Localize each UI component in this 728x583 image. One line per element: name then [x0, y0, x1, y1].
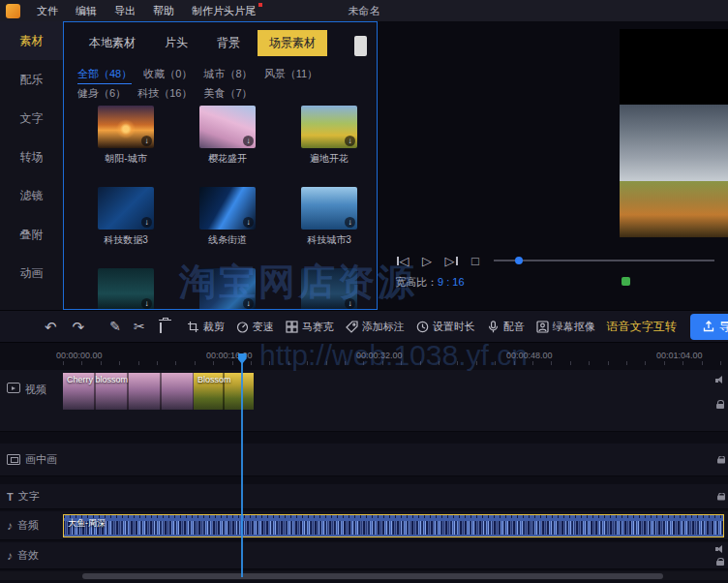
- greenscreen-button[interactable]: 绿幕抠像: [536, 320, 595, 334]
- download-icon[interactable]: ↓: [345, 298, 355, 309]
- material-card: ↓ 朝阳-城市: [98, 106, 154, 166]
- aspect-ratio[interactable]: 宽高比：9 : 16: [395, 275, 465, 290]
- track-controls: [715, 376, 725, 409]
- material-card: ↓ 线条街道: [199, 187, 256, 247]
- download-icon[interactable]: ↓: [345, 217, 355, 228]
- material-card: ↓: [98, 268, 154, 310]
- duration-button[interactable]: 设置时长: [416, 320, 475, 334]
- material-thumbnail[interactable]: ↓: [98, 268, 154, 310]
- track-header-audio: ♪ 音频: [0, 511, 63, 539]
- horizontal-scrollbar[interactable]: [0, 571, 728, 580]
- video-track-icon: [7, 383, 20, 393]
- edit-pencil-icon[interactable]: ✎: [109, 320, 121, 333]
- material-tabs: 本地素材 片头 背景 场景素材: [77, 30, 327, 56]
- split-scissors-icon[interactable]: ✂: [134, 320, 145, 333]
- sidebar-item-text[interactable]: 文字: [0, 99, 63, 138]
- delete-trash-icon[interactable]: [160, 322, 162, 333]
- next-frame-button[interactable]: ▷: [443, 253, 459, 268]
- video-clip-cherry-blossom[interactable]: Cherry blossom: [63, 373, 194, 410]
- sidebar-item-transition[interactable]: 转场: [0, 138, 63, 176]
- menu-edit[interactable]: 编辑: [67, 0, 106, 21]
- material-caption: 朝阳-城市: [98, 152, 154, 166]
- mosaic-button[interactable]: 马赛克: [286, 320, 334, 334]
- lock-icon[interactable]: [717, 455, 725, 464]
- microphone-icon: [487, 321, 500, 333]
- sidebar-item-animation[interactable]: 动画: [0, 254, 63, 292]
- tab-scene-material[interactable]: 场景素材: [258, 30, 327, 56]
- menu-file[interactable]: 文件: [28, 0, 67, 21]
- app-logo-icon[interactable]: [6, 4, 20, 18]
- mosaic-icon: [286, 321, 298, 333]
- lock-icon[interactable]: [716, 558, 724, 567]
- download-icon[interactable]: ↓: [345, 136, 355, 146]
- sidebar-item-filter[interactable]: 滤镜: [0, 176, 63, 215]
- preview-sky: [620, 105, 728, 181]
- edit-toolbar: ↶ ↷ ✎ ✂ 裁剪 变速 马赛克 添加标注 设置时长 配音: [0, 310, 728, 343]
- voiceover-button[interactable]: 配音: [487, 320, 525, 334]
- download-icon[interactable]: ↓: [243, 298, 254, 309]
- sidebar-item-overlay[interactable]: 叠附: [0, 215, 63, 254]
- sidebar-item-material[interactable]: 素材: [0, 21, 63, 60]
- category-all[interactable]: 全部（48）: [77, 65, 132, 84]
- playhead[interactable]: [241, 354, 243, 577]
- preview-field: [620, 181, 728, 237]
- category-food[interactable]: 美食（7）: [204, 84, 253, 102]
- crop-button[interactable]: 裁剪: [187, 320, 225, 334]
- material-thumbnail[interactable]: ↓: [199, 187, 256, 230]
- video-clip-blossom[interactable]: Blossom: [194, 373, 254, 410]
- download-icon[interactable]: ↓: [243, 217, 254, 228]
- redo-icon[interactable]: ↷: [73, 320, 85, 334]
- tab-overflow-button[interactable]: [354, 36, 367, 56]
- annotation-button[interactable]: 添加标注: [346, 320, 405, 334]
- time-ruler[interactable]: [63, 361, 728, 365]
- category-fitness[interactable]: 健身（6）: [77, 84, 126, 102]
- category-city[interactable]: 城市（8）: [204, 65, 253, 82]
- audio-clip-dayu[interactable]: 大鱼-周深: [63, 514, 724, 537]
- app-window: 文件 编辑 导出 帮助 制作片头片尾 未命名 素材 配乐 文字 转场 滤镜 叠附…: [0, 0, 728, 583]
- play-button[interactable]: ▷: [419, 253, 435, 268]
- material-thumbnail[interactable]: ↓: [301, 106, 357, 148]
- sidebar-item-music[interactable]: 配乐: [0, 60, 63, 99]
- tab-intro[interactable]: 片头: [153, 30, 199, 56]
- menu-export[interactable]: 导出: [106, 0, 144, 21]
- download-icon[interactable]: ↓: [141, 136, 152, 146]
- download-icon[interactable]: ↓: [141, 298, 152, 309]
- lock-icon[interactable]: [717, 492, 725, 501]
- stop-button[interactable]: □: [468, 253, 483, 268]
- ruler-label: 00:00:00.00: [56, 351, 103, 360]
- category-tech[interactable]: 科技（16）: [137, 84, 192, 102]
- scrollbar-thumb[interactable]: [82, 573, 663, 579]
- material-card: ↓ 科技城市3: [301, 187, 357, 247]
- material-thumbnail[interactable]: ↓: [98, 187, 154, 230]
- menu-intro-outro[interactable]: 制作片头片尾: [183, 0, 264, 21]
- download-icon[interactable]: ↓: [243, 136, 254, 146]
- audio-waveform: [64, 521, 723, 535]
- download-icon[interactable]: ↓: [141, 217, 152, 228]
- lock-icon[interactable]: [716, 400, 724, 409]
- mute-speaker-icon[interactable]: [715, 376, 725, 384]
- material-thumbnail[interactable]: ↓: [301, 268, 357, 310]
- preview-zoom-slider[interactable]: [494, 260, 714, 261]
- preview-area: ◁ ▷ ▷ □ 宽高比：9 : 16: [378, 21, 728, 310]
- track-label: 视频: [25, 383, 46, 397]
- material-thumbnail[interactable]: ↓: [199, 106, 256, 148]
- tab-local-material[interactable]: 本地素材: [77, 30, 147, 56]
- tab-background[interactable]: 背景: [205, 30, 252, 56]
- speed-button[interactable]: 变速: [236, 320, 274, 334]
- category-favorites[interactable]: 收藏（0）: [143, 65, 192, 82]
- track-controls: [715, 545, 725, 567]
- menu-help[interactable]: 帮助: [144, 0, 183, 21]
- material-thumbnail[interactable]: ↓: [301, 187, 357, 230]
- mute-speaker-icon[interactable]: [715, 545, 725, 554]
- export-button[interactable]: 导出: [690, 314, 728, 340]
- track-label: 音效: [17, 548, 39, 563]
- material-caption: 线条街道: [199, 233, 256, 247]
- preview-canvas: [620, 29, 728, 237]
- category-scenery[interactable]: 风景（11）: [264, 65, 318, 82]
- slider-handle[interactable]: [515, 257, 523, 264]
- speech-text-convert-button[interactable]: 语音文字互转: [607, 319, 677, 335]
- material-thumbnail[interactable]: ↓: [98, 106, 154, 148]
- material-thumbnail[interactable]: ↓: [199, 268, 256, 310]
- undo-icon[interactable]: ↶: [45, 320, 57, 334]
- previous-frame-button[interactable]: ◁: [395, 253, 410, 268]
